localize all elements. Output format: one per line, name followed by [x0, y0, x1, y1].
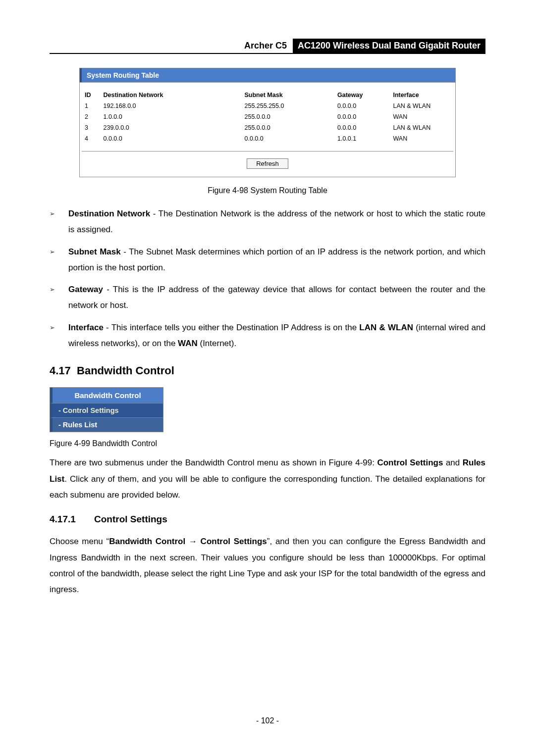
col-id: ID — [82, 90, 101, 101]
refresh-button[interactable]: Refresh — [247, 158, 288, 169]
bold: Control Settings — [377, 458, 443, 467]
bullet-text: Gateway - This is the IP address of the … — [68, 282, 485, 314]
cell-gw: 0.0.0.0 — [334, 111, 390, 122]
desc: - The Subnet Mask determines which porti… — [68, 247, 485, 272]
page-number: - 102 - — [0, 716, 535, 725]
bold: Bandwidth Control — [109, 537, 185, 546]
table-row: 3 239.0.0.0 255.0.0.0 0.0.0.0 LAN & WLAN — [82, 122, 453, 133]
desc: - This is the IP address of the gateway … — [68, 285, 485, 310]
cell-dest: 0.0.0.0 — [101, 133, 242, 144]
table-row: 4 0.0.0.0 0.0.0.0 1.0.0.1 WAN — [82, 133, 453, 144]
bullet-icon: ➢ — [50, 320, 68, 352]
subsection-num: 4.17.1 — [50, 514, 94, 525]
text: Choose menu “ — [50, 537, 109, 546]
cell-mask: 255.0.0.0 — [242, 111, 335, 122]
routing-table: ID Destination Network Subnet Mask Gatew… — [82, 90, 453, 144]
section-heading: 4.17 Bandwidth Control — [50, 364, 485, 377]
bullet-text: Subnet Mask - The Subnet Mask determines… — [68, 244, 485, 276]
text: There are two submenus under the Bandwid… — [50, 458, 377, 467]
choose-paragraph: Choose menu “Bandwidth Control → Control… — [50, 534, 485, 598]
bold: WAN — [178, 339, 198, 348]
cell-dest: 239.0.0.0 — [101, 122, 242, 133]
figure-caption-2: Figure 4-99 Bandwidth Control — [50, 439, 485, 448]
section-title: Bandwidth Control — [77, 364, 174, 377]
cell-mask: 255.255.255.0 — [242, 101, 335, 111]
model-desc: AC1200 Wireless Dual Band Gigabit Router — [293, 39, 485, 53]
term: Destination Network — [68, 209, 150, 218]
nav-header: Bandwidth Control — [50, 388, 163, 403]
text: . Click any of them, and you will be abl… — [50, 474, 485, 500]
list-item: ➢ Interface - This interface tells you e… — [50, 320, 485, 352]
text: (Internet). — [198, 339, 236, 348]
cell-mask: 0.0.0.0 — [242, 133, 335, 144]
col-if: Interface — [390, 90, 454, 101]
bullet-text: Destination Network - The Destination Ne… — [68, 206, 485, 238]
table-row: 2 1.0.0.0 255.0.0.0 0.0.0.0 WAN — [82, 111, 453, 122]
bullet-icon: ➢ — [50, 244, 68, 276]
subsection-title: Control Settings — [94, 514, 167, 524]
col-gw: Gateway — [334, 90, 390, 101]
bandwidth-nav: Bandwidth Control - Control Settings - R… — [50, 387, 163, 432]
nav-item-control-settings[interactable]: - Control Settings — [50, 403, 163, 417]
list-item: ➢ Gateway - This is the IP address of th… — [50, 282, 485, 314]
bullet-icon: ➢ — [50, 282, 68, 314]
arrow-icon: → — [185, 537, 200, 546]
cell-dest: 1.0.0.0 — [101, 111, 242, 122]
bullet-list: ➢ Destination Network - The Destination … — [50, 206, 485, 352]
bold: Control Settings — [201, 537, 267, 546]
bullet-icon: ➢ — [50, 206, 68, 238]
section-num: 4.17 — [50, 364, 71, 377]
text: - This interface tells you either the De… — [104, 323, 359, 332]
cell-id: 3 — [82, 122, 101, 133]
model-label: Archer C5 — [242, 39, 293, 53]
cell-id: 4 — [82, 133, 101, 144]
list-item: ➢ Subnet Mask - The Subnet Mask determin… — [50, 244, 485, 276]
figure-caption-1: Figure 4-98 System Routing Table — [50, 186, 485, 195]
cell-if: LAN & WLAN — [390, 122, 454, 133]
cell-id: 1 — [82, 101, 101, 111]
term: Gateway — [68, 285, 103, 294]
term: Subnet Mask — [68, 247, 121, 256]
routing-table-title: System Routing Table — [80, 68, 455, 82]
cell-if: WAN — [390, 133, 454, 144]
bullet-text: Interface - This interface tells you eit… — [68, 320, 485, 352]
intro-paragraph: There are two submenus under the Bandwid… — [50, 455, 485, 503]
cell-mask: 255.0.0.0 — [242, 122, 335, 133]
cell-if: LAN & WLAN — [390, 101, 454, 111]
cell-if: WAN — [390, 111, 454, 122]
cell-dest: 192.168.0.0 — [101, 101, 242, 111]
cell-gw: 0.0.0.0 — [334, 101, 390, 111]
bold: LAN & WLAN — [359, 323, 413, 332]
cell-gw: 1.0.0.1 — [334, 133, 390, 144]
col-mask: Subnet Mask — [242, 90, 335, 101]
term: Interface — [68, 323, 104, 332]
subsection-heading: 4.17.1Control Settings — [50, 514, 485, 525]
cell-gw: 0.0.0.0 — [334, 122, 390, 133]
cell-id: 2 — [82, 111, 101, 122]
nav-item-rules-list[interactable]: - Rules List — [50, 417, 163, 432]
table-row: 1 192.168.0.0 255.255.255.0 0.0.0.0 LAN … — [82, 101, 453, 111]
col-dest: Destination Network — [101, 90, 242, 101]
doc-header: Archer C5 AC1200 Wireless Dual Band Giga… — [50, 39, 485, 54]
text: and — [443, 458, 462, 467]
list-item: ➢ Destination Network - The Destination … — [50, 206, 485, 238]
table-header-row: ID Destination Network Subnet Mask Gatew… — [82, 90, 453, 101]
routing-table-widget: System Routing Table ID Destination Netw… — [79, 68, 456, 177]
